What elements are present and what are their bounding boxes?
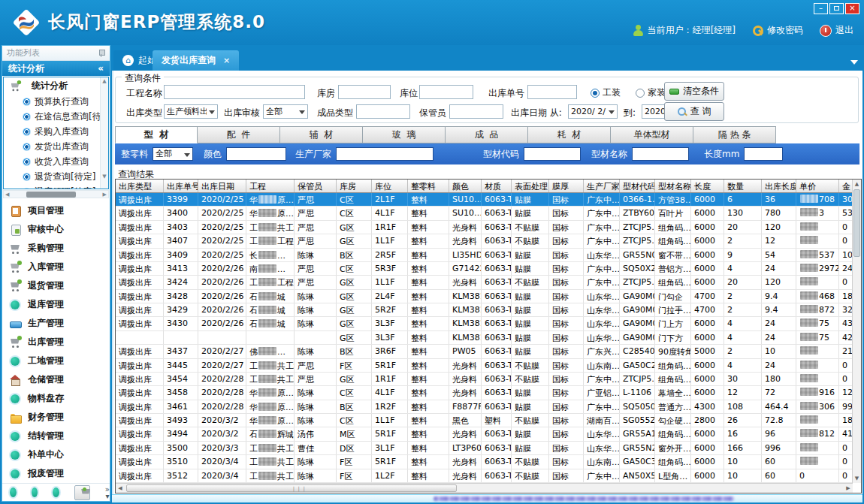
column-header-17[interactable]: 出库长度 <box>762 180 796 192</box>
tab-shipment-query[interactable]: 发货出库查询 × <box>153 50 239 71</box>
column-header-8[interactable]: 颜色 <box>449 180 482 192</box>
table-row-11[interactable]: 调拨出库34372020/2/27佛…陈琳B区3R6F整料PW056063-T5… <box>116 345 861 358</box>
column-header-1[interactable]: 出库单号 <box>164 180 198 192</box>
close-tab-icon[interactable]: × <box>223 56 230 65</box>
audit-combobox[interactable]: 全部 <box>263 104 308 119</box>
product-type-input[interactable] <box>356 104 410 119</box>
tree-item-4[interactable]: 收货入库查询 <box>4 154 108 169</box>
table-row-16[interactable]: 调拨出库34932020/3/2华原…陈琳C区1L1F整料黑色塑料不贴膜国标湖南… <box>116 414 861 427</box>
material-tab-5[interactable]: 耗 材 <box>528 126 611 143</box>
column-header-18[interactable]: 单价 <box>796 180 839 192</box>
scroll-left-icon[interactable]: ◀ <box>116 484 125 493</box>
scroll-right-icon[interactable]: ▶ <box>844 484 853 493</box>
footer-cart-button[interactable] <box>74 485 90 500</box>
pin-icon[interactable] <box>98 50 104 57</box>
material-tab-7[interactable]: 隔 热 条 <box>693 126 776 143</box>
table-row-9[interactable]: 调拨出库34302020/2/26石城陈琳G区3L3F整料KLM38176063… <box>116 317 861 330</box>
column-header-9[interactable]: 材质 <box>482 180 512 192</box>
manufacturer-input[interactable] <box>336 147 434 161</box>
sidebar-section-header[interactable]: 统计分析 « <box>2 61 110 76</box>
minimize-button[interactable]: – <box>814 3 828 14</box>
sidebar-item-9[interactable]: 仓储管理 <box>2 370 110 389</box>
column-header-2[interactable]: 出库日期 <box>198 180 246 192</box>
profile-code-input[interactable] <box>524 147 581 161</box>
table-row-17[interactable]: 调拨出库34942020/3/2石辉城汤伟M区5R1F整料光身料6063-T5贴… <box>116 427 861 441</box>
tree-item-5[interactable]: 退货查询[待定] <box>4 169 108 184</box>
keeper-input[interactable] <box>449 104 503 119</box>
table-row-2[interactable]: 调拨出库34032020/2/25工共工程严思G区1R1F整料光身料6063-T… <box>116 221 861 234</box>
column-header-4[interactable]: 保管员 <box>295 180 337 192</box>
scrollbar-thumb[interactable] <box>26 192 76 198</box>
sidebar-item-7[interactable]: 出库管理 <box>2 333 110 352</box>
circle-icon[interactable] <box>10 487 17 497</box>
sidebar-item-1[interactable]: 审核中心 <box>2 220 110 239</box>
sidebar-item-4[interactable]: 退货管理 <box>2 276 110 295</box>
out-type-combobox[interactable]: 生产领料出库 <box>164 104 218 119</box>
material-tab-2[interactable]: 辅 材 <box>280 126 363 143</box>
sidebar-item-5[interactable]: 退库管理 <box>2 295 110 314</box>
tree-vertical-scrollbar[interactable]: ▲▼ <box>100 77 108 189</box>
tree-root-statistics[interactable]: 统计分析 <box>4 77 108 94</box>
sidebar-item-2[interactable]: 采购管理 <box>2 239 110 258</box>
column-header-12[interactable]: 生产厂家 <box>584 180 620 192</box>
table-row-3[interactable]: 调拨出库34072020/2/25工工程严思G区1L1F整料光身料6063-T5… <box>116 234 861 248</box>
circle-icon[interactable] <box>32 487 38 497</box>
tree-item-0[interactable]: 预算执行查询 <box>4 94 108 109</box>
sidebar-item-6[interactable]: 生产管理 <box>2 314 110 333</box>
close-button[interactable]: × <box>845 3 859 14</box>
circle-icon[interactable] <box>53 487 59 497</box>
radio-work-clothes[interactable]: 工装 <box>591 86 621 99</box>
project-name-input[interactable] <box>164 85 305 99</box>
column-header-10[interactable]: 表面处理 <box>512 180 549 192</box>
material-tab-3[interactable]: 玻 璃 <box>363 126 446 143</box>
table-row-6[interactable]: 调拨出库34242020/2/26工工程严思G区1L1F整料光身料6063-T5… <box>116 276 861 289</box>
more-items-button[interactable]: »▾ <box>105 486 110 499</box>
table-row-7[interactable]: 调拨出库34282020/2/26石城陈琳G区2L4F整料KLM38176063… <box>116 290 861 303</box>
table-row-0[interactable]: 调拨出库33992020/2/25华原…严思C区2L1F整料SU10…6063-… <box>116 193 861 207</box>
column-header-0[interactable]: 出库类型 <box>116 180 164 192</box>
table-row-8[interactable]: 调拨出库34292020/2/26石城陈琳G区5R2F整料KLM38176063… <box>116 303 861 317</box>
search-button[interactable]: 查 询 <box>664 102 724 121</box>
table-row-10[interactable]: G区3L3F整料KLM38176063-T5贴膜国标山东华…GA90M09.门下… <box>116 331 861 345</box>
grid-vertical-scrollbar[interactable]: ▲ ▼ <box>852 180 861 483</box>
tree-item-6[interactable]: 退库管理[待定] <box>4 184 108 189</box>
color-input[interactable] <box>226 147 286 161</box>
table-row-12[interactable]: 调拨出库34452020/2/27工共工程严思F区5R1F整料光身料6063-T… <box>116 359 861 373</box>
column-header-11[interactable]: 膜厚 <box>549 180 584 192</box>
column-header-7[interactable]: 整零料 <box>408 180 449 192</box>
sidebar-item-13[interactable]: 补单中心 <box>2 445 110 464</box>
tree-item-1[interactable]: 在途信息查询[待 <box>4 109 108 124</box>
tree-horizontal-scrollbar[interactable]: ◀▶ <box>3 190 109 198</box>
scroll-up-icon[interactable]: ▲ <box>853 180 861 189</box>
sidebar-item-10[interactable]: 物料盘存 <box>2 389 110 408</box>
sidebar-item-0[interactable]: 项目管理 <box>2 201 110 220</box>
order-no-input[interactable] <box>527 85 577 99</box>
collapse-icon[interactable]: « <box>98 61 104 76</box>
material-tab-0[interactable]: 型 材 <box>115 126 198 143</box>
column-header-3[interactable]: 工程 <box>246 180 295 192</box>
column-header-6[interactable]: 库位 <box>372 180 408 192</box>
sidebar-item-12[interactable]: 结转管理 <box>2 427 110 445</box>
warehouse-input[interactable] <box>338 85 391 99</box>
column-header-14[interactable]: 型材名称 <box>655 180 691 192</box>
sidebar-item-11[interactable]: 财务管理 <box>2 408 110 427</box>
maximize-button[interactable] <box>829 3 844 14</box>
material-tab-1[interactable]: 配 件 <box>198 126 280 143</box>
material-tab-4[interactable]: 成 品 <box>446 126 528 143</box>
table-row-5[interactable]: 调拨出库34132020/2/26南…严思C区5R3F整料G714226063-… <box>116 262 861 276</box>
table-row-19[interactable]: 调拨出库35102020/3/4工共工程陈琳F区5R1F整料光身料6063-T5… <box>116 455 861 469</box>
column-header-19[interactable]: 金 <box>839 180 853 192</box>
column-header-15[interactable]: 长度 <box>691 180 724 192</box>
column-header-16[interactable]: 数量 <box>724 180 762 192</box>
scrollbar-thumb[interactable] <box>853 189 860 257</box>
radio-home-decoration[interactable]: 家装 <box>636 86 666 99</box>
column-header-13[interactable]: 型材代码 <box>620 180 655 192</box>
column-header-5[interactable]: 库房 <box>337 180 372 192</box>
material-tab-6[interactable]: 单体型材 <box>611 126 693 143</box>
date-from-picker[interactable]: 2020/ 2/16 <box>568 104 618 119</box>
scroll-down-icon[interactable]: ▼ <box>853 474 861 483</box>
sidebar-item-3[interactable]: 入库管理 <box>2 258 110 276</box>
logout-button[interactable]: 退出 <box>820 24 853 37</box>
table-row-18[interactable]: 调拨出库35002020/3/3工共工程曹佳D区3L1F整料LT3P606063… <box>116 442 861 455</box>
table-row-20[interactable]: 调拨出库35122020/3/4工共工程陈琳F区1L2F整料光身料6063-T5… <box>116 469 861 483</box>
